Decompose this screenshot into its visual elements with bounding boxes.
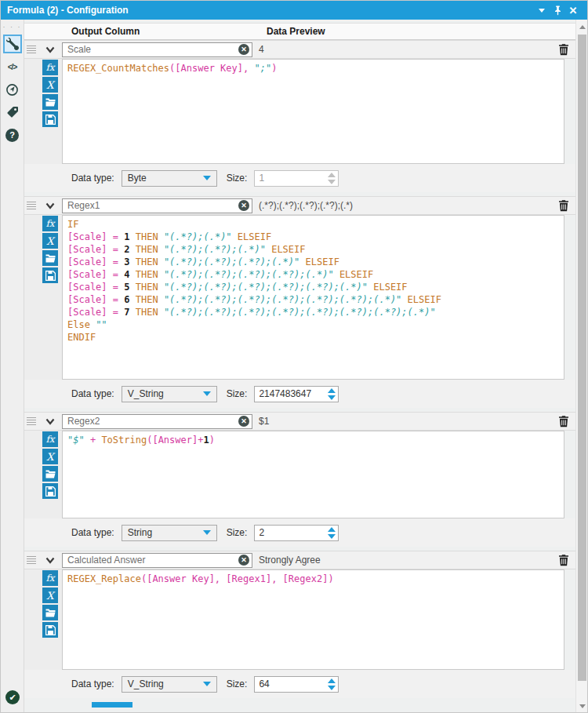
size-input[interactable] (255, 387, 325, 402)
spin-up-icon (328, 678, 336, 683)
formula-editor[interactable]: REGEX_CountMatches([Answer Key], ";") (62, 59, 564, 164)
variables-button[interactable]: X (42, 233, 58, 249)
open-expression-button[interactable] (42, 250, 58, 266)
code-brackets-icon: </> (8, 63, 16, 71)
drag-handle[interactable] (24, 556, 38, 565)
data-preview-value: Strongly Agree (252, 555, 552, 566)
save-expression-button[interactable] (42, 622, 58, 638)
editor-toolbar: fx X (38, 431, 62, 518)
expression-section-regex1: ✕ (.*?);(.*?);(.*?);(.*?);(.*) (24, 196, 575, 408)
drag-handle-icon (27, 417, 36, 426)
collapse-toggle[interactable] (38, 46, 62, 53)
variable-x-icon: X (46, 590, 53, 602)
output-column-input[interactable] (67, 44, 238, 55)
clear-icon[interactable]: ✕ (238, 200, 249, 211)
tab-annotation[interactable] (3, 103, 22, 122)
formula-editor[interactable]: "$" + ToString([Answer]+1) (62, 431, 564, 518)
delete-expression-button[interactable] (552, 554, 575, 566)
data-type-dropdown[interactable]: String (122, 525, 217, 541)
vertical-scrollbar[interactable] (575, 20, 587, 713)
chevron-down-icon (45, 202, 55, 209)
chevron-down-icon (45, 557, 55, 564)
drag-handle[interactable] (24, 45, 38, 54)
gutter (24, 569, 38, 670)
drag-handle[interactable] (24, 417, 38, 426)
trash-icon (558, 199, 569, 212)
trash-icon (558, 43, 569, 56)
tool-sidebar: · · · </> ? (1, 20, 24, 713)
collapse-toggle[interactable] (38, 557, 62, 564)
expression-section-calculated-answer: ✕ Strongly Agree (24, 551, 575, 698)
fx-icon: fx (45, 62, 54, 73)
save-expression-button[interactable] (42, 111, 58, 127)
tab-code[interactable]: </> (3, 57, 22, 76)
help-button[interactable]: ? (3, 126, 22, 144)
collapse-toggle[interactable] (38, 418, 62, 425)
size-stepper[interactable] (325, 526, 338, 540)
delete-expression-button[interactable] (552, 43, 575, 56)
output-column-field: ✕ (62, 553, 252, 568)
panel-title: Formula (2) - Configuration (7, 5, 129, 16)
drag-handle[interactable] (24, 202, 38, 210)
tab-navigation[interactable] (3, 80, 22, 99)
save-expression-button[interactable] (42, 267, 58, 283)
folder-open-icon (45, 254, 56, 263)
tab-configuration[interactable] (3, 35, 22, 53)
spin-up-icon (328, 527, 336, 532)
clear-icon[interactable]: ✕ (238, 416, 249, 427)
open-expression-button[interactable] (42, 605, 58, 620)
size-input[interactable] (255, 526, 325, 540)
trash-icon (558, 415, 569, 427)
data-type-dropdown[interactable]: V_String (122, 676, 217, 693)
drag-handle-icon (27, 202, 36, 210)
editor-toolbar: fx X (38, 215, 62, 380)
output-column-input[interactable] (67, 200, 238, 211)
clear-icon[interactable]: ✕ (238, 44, 249, 55)
clear-icon[interactable]: ✕ (238, 555, 249, 566)
grip-dots-icon: · · · (1, 23, 24, 31)
functions-button[interactable]: fx (42, 431, 58, 447)
size-field (254, 386, 339, 402)
output-column-field: ✕ (62, 414, 252, 429)
functions-button[interactable]: fx (42, 216, 58, 231)
data-preview-value: 4 (252, 44, 552, 55)
data-type-dropdown[interactable]: Byte (122, 170, 217, 187)
delete-expression-button[interactable] (552, 415, 575, 427)
panel-menu-button[interactable] (534, 3, 550, 17)
functions-button[interactable]: fx (42, 570, 58, 586)
data-preview-value: $1 (252, 416, 552, 427)
data-type-dropdown[interactable]: V_String (122, 386, 217, 402)
gutter (24, 59, 38, 164)
expression-body: fx X REGEX_CountMatches([Answer Key], ";… (24, 59, 575, 164)
size-stepper[interactable] (325, 677, 338, 692)
expression-footer: Data type: V_String Size: (24, 670, 575, 698)
variables-button[interactable]: X (42, 77, 58, 93)
data-type-label: Data type: (71, 678, 114, 689)
open-expression-button[interactable] (42, 94, 58, 110)
size-input[interactable] (255, 171, 325, 186)
scroll-down-button[interactable] (576, 700, 588, 712)
size-stepper[interactable] (325, 171, 338, 186)
variables-button[interactable]: X (42, 587, 58, 603)
variables-button[interactable]: X (42, 449, 58, 464)
output-column-input[interactable] (67, 416, 238, 427)
collapse-toggle[interactable] (38, 202, 62, 209)
dropdown-arrow-icon (203, 176, 211, 180)
formula-editor[interactable]: IF[Scale] = 1 THEN "(.*?);(.*)" ELSEIF[S… (62, 215, 564, 380)
formula-editor[interactable]: REGEX_Replace([Answer Key], [Regex1], [R… (62, 569, 564, 670)
scroll-up-button[interactable] (576, 21, 588, 33)
editor-toolbar: fx X (38, 59, 62, 164)
pin-button[interactable] (550, 3, 565, 17)
output-column-input[interactable] (67, 555, 238, 566)
open-expression-button[interactable] (42, 466, 58, 482)
delete-expression-button[interactable] (552, 199, 575, 212)
size-input[interactable] (255, 677, 325, 692)
functions-button[interactable]: fx (42, 60, 58, 75)
size-stepper[interactable] (325, 387, 338, 402)
save-expression-button[interactable] (42, 483, 58, 499)
spin-up-icon (328, 173, 336, 177)
close-button[interactable]: ✕ (565, 3, 581, 17)
tag-icon (6, 106, 19, 118)
scrollbar-thumb[interactable] (578, 35, 586, 681)
fx-icon: fx (45, 573, 54, 584)
